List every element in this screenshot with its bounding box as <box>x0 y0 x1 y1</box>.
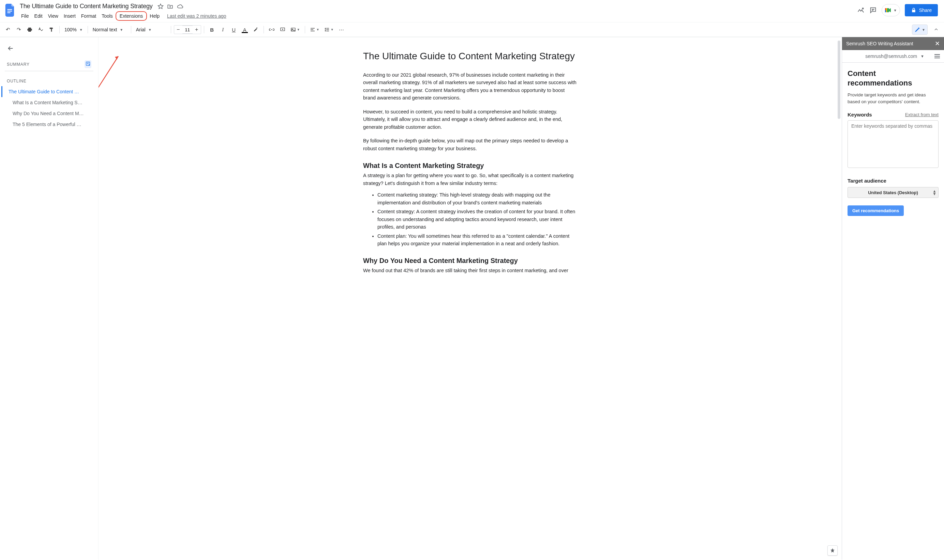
menu-help[interactable]: Help <box>147 12 162 20</box>
document-canvas[interactable]: The Ultimate Guide to Content Marketing … <box>98 37 842 560</box>
redo-button[interactable]: ↷ <box>14 25 24 34</box>
menu-edit[interactable]: Edit <box>32 12 45 20</box>
outline-item[interactable]: What Is a Content Marketing S… <box>2 97 93 108</box>
outline-item[interactable]: Why Do You Need a Content M… <box>2 108 93 119</box>
last-edit-link[interactable]: Last edit was 2 minutes ago <box>167 13 226 19</box>
chevron-down-icon: ▼ <box>922 28 925 32</box>
spellcheck-button[interactable] <box>35 25 46 34</box>
text-color-button[interactable]: A <box>240 25 250 34</box>
svg-rect-2 <box>7 12 11 13</box>
line-spacing-button[interactable]: ▼ <box>322 25 336 34</box>
menu-file[interactable]: File <box>19 12 32 20</box>
panel-menu-icon[interactable] <box>935 54 940 58</box>
menu-format[interactable]: Format <box>79 12 99 20</box>
svg-rect-5 <box>885 8 886 10</box>
share-button[interactable]: Share <box>905 4 938 16</box>
doc-h2[interactable]: What Is a Content Marketing Strategy <box>363 162 577 170</box>
font-size-stepper[interactable]: − + <box>174 25 201 34</box>
underline-button[interactable]: U <box>229 25 239 34</box>
scrollbar[interactable] <box>838 40 841 119</box>
svg-line-11 <box>98 56 118 98</box>
semrush-panel: Semrush SEO Writing Assistant ✕ semrush@… <box>842 37 944 560</box>
doc-h2[interactable]: Why Do You Need a Content Marketing Stra… <box>363 257 577 265</box>
outline-item[interactable]: The 5 Elements of a Powerful … <box>2 119 93 130</box>
style-value: Normal text <box>93 27 117 32</box>
star-icon[interactable] <box>157 3 164 9</box>
get-recommendations-button[interactable]: Get recommendations <box>847 205 904 216</box>
doc-h1[interactable]: The Ultimate Guide to Content Marketing … <box>363 51 577 62</box>
print-button[interactable] <box>25 25 35 34</box>
chevron-down-icon: ▼ <box>148 28 152 32</box>
explore-button[interactable] <box>827 545 838 555</box>
menu-extensions[interactable]: Extensions <box>116 11 147 21</box>
more-button[interactable]: ⋯ <box>336 25 347 34</box>
keywords-input[interactable] <box>847 120 939 168</box>
close-icon[interactable]: ✕ <box>935 40 940 47</box>
paragraph[interactable]: We found out that 42% of brands are stil… <box>363 267 577 274</box>
undo-button[interactable]: ↶ <box>3 25 13 34</box>
outline-pane: SUMMARY OUTLINE The Ultimate Guide to Co… <box>0 37 98 560</box>
menu-view[interactable]: View <box>45 12 61 20</box>
menu-bar: File Edit View Insert Format Tools Exten… <box>19 11 226 22</box>
insert-link-button[interactable] <box>267 25 277 34</box>
menu-insert[interactable]: Insert <box>61 12 79 20</box>
paragraph[interactable]: A strategy is a plan for getting where y… <box>363 172 577 187</box>
menu-tools[interactable]: Tools <box>99 12 116 20</box>
add-summary-icon[interactable] <box>85 60 91 68</box>
target-audience-label: Target audience <box>847 178 939 184</box>
comments-icon[interactable] <box>869 6 877 14</box>
editing-mode-dropdown[interactable]: ▼ <box>912 25 928 35</box>
panel-title: Semrush SEO Writing Assistant <box>846 41 913 46</box>
meet-button[interactable]: ▼ <box>882 4 900 16</box>
title-bar: The Ultimate Guide to Content Marketing … <box>0 0 944 22</box>
activity-icon[interactable] <box>857 6 865 14</box>
svg-rect-0 <box>7 9 12 10</box>
docs-logo-icon[interactable] <box>3 2 17 18</box>
outline-back-button[interactable] <box>5 43 93 58</box>
bold-button[interactable]: B <box>207 25 217 34</box>
account-email[interactable]: semrush@semrush.com <box>865 54 917 59</box>
bullet-list[interactable]: Content marketing strategy: This high-le… <box>363 191 577 247</box>
outline-item[interactable]: The Ultimate Guide to Content … <box>2 86 93 97</box>
svg-marker-12 <box>115 56 118 60</box>
svg-rect-1 <box>7 11 12 12</box>
list-item[interactable]: Content strategy: A content strategy inv… <box>377 208 577 231</box>
align-button[interactable]: ▼ <box>308 25 321 34</box>
outline-heading: OUTLINE <box>7 79 26 83</box>
highlight-button[interactable] <box>251 25 261 34</box>
summary-heading: SUMMARY <box>7 62 30 67</box>
paragraph[interactable]: According to our 2021 global research, 9… <box>363 71 577 102</box>
chevron-down-icon: ▼ <box>297 28 300 31</box>
add-comment-button[interactable] <box>278 25 288 34</box>
zoom-dropdown[interactable]: 100%▼ <box>62 25 85 34</box>
move-icon[interactable] <box>167 3 173 9</box>
decrease-font-button[interactable]: − <box>174 26 182 33</box>
insert-image-button[interactable]: ▼ <box>288 25 302 34</box>
chevron-down-icon: ▼ <box>921 54 924 58</box>
audience-value: United States (Desktop) <box>868 190 918 195</box>
chevron-down-icon: ▼ <box>331 28 334 31</box>
paint-format-button[interactable] <box>46 25 57 34</box>
paragraph[interactable]: By following the in-depth guide below, y… <box>363 137 577 152</box>
italic-button[interactable]: I <box>218 25 228 34</box>
cloud-status-icon[interactable] <box>177 3 184 9</box>
panel-heading: Content recommendations <box>847 69 939 88</box>
document-title[interactable]: The Ultimate Guide to Content Marketing … <box>19 2 154 11</box>
paragraph-style-dropdown[interactable]: Normal text▼ <box>91 25 128 34</box>
paragraph[interactable]: However, to succeed in content, you need… <box>363 108 577 131</box>
hide-menus-button[interactable] <box>931 25 941 34</box>
font-size-input[interactable] <box>182 26 193 34</box>
chevron-down-icon: ▼ <box>893 9 897 12</box>
panel-description: Provide target keywords and get ideas ba… <box>847 92 939 105</box>
font-dropdown[interactable]: Arial▼ <box>134 25 168 34</box>
updown-icon: ▴▾ <box>933 190 935 195</box>
audience-select[interactable]: United States (Desktop) ▴▾ <box>847 187 939 198</box>
extract-from-text-link[interactable]: Extract from text <box>905 112 939 117</box>
list-item[interactable]: Content plan: You will sometimes hear th… <box>377 232 577 248</box>
chevron-down-icon: ▼ <box>120 28 123 32</box>
increase-font-button[interactable]: + <box>193 26 201 33</box>
list-item[interactable]: Content marketing strategy: This high-le… <box>377 191 577 206</box>
chevron-down-icon: ▼ <box>79 28 83 32</box>
zoom-value: 100% <box>65 27 77 32</box>
annotation-arrow-icon <box>98 54 122 98</box>
